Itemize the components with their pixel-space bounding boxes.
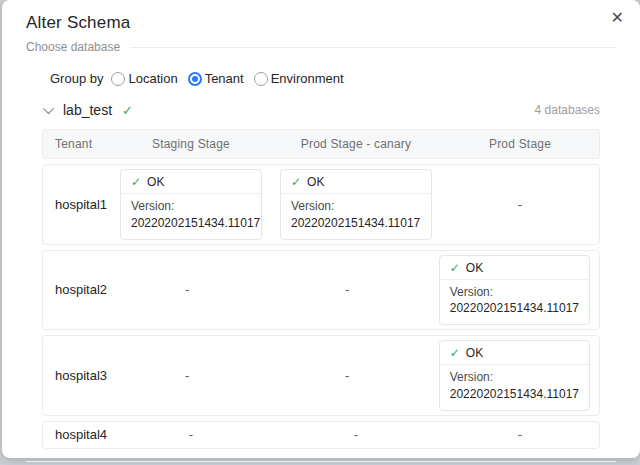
version-value: 20220202151434.11017 (291, 215, 421, 232)
status-line: ✓ OK (440, 341, 589, 365)
group-by-row: Group by Location Tenant Environment (42, 71, 600, 86)
status-line: ✓ OK (121, 170, 261, 194)
status-text: OK (307, 175, 324, 189)
table-row: hospital4 - - - (42, 421, 600, 449)
database-group-name[interactable]: lab_test (63, 102, 112, 118)
status-card[interactable]: ✓ OK Version: 20220202151434.11017 (439, 255, 590, 326)
alter-schema-modal: Alter Schema ✕ Choose database Group by … (2, 0, 640, 458)
check-icon: ✓ (131, 175, 141, 189)
status-line: ✓ OK (440, 256, 589, 280)
modal-header: Alter Schema ✕ Choose database (2, 0, 640, 54)
prod-canary-cell-empty: - (265, 368, 430, 383)
table-header-row: Tenant Staging Stage Prod Stage - canary… (42, 129, 600, 159)
prod-canary-cell-empty: - (271, 427, 441, 442)
radio-option-environment[interactable]: Environment (254, 71, 344, 86)
version-block: Version: 20220202151434.11017 (121, 194, 261, 239)
version-label: Version: (450, 369, 579, 386)
database-count-label: 4 databases (535, 103, 600, 117)
tenant-name: hospital2 (43, 282, 109, 297)
header-divider (130, 47, 616, 48)
close-icon[interactable]: ✕ (611, 8, 624, 28)
version-block: Version: 20220202151434.11017 (281, 194, 431, 239)
status-text: OK (147, 175, 164, 189)
column-header-prod-canary: Prod Stage - canary (271, 137, 441, 151)
page-title: Alter Schema (26, 13, 616, 33)
radio-option-tenant[interactable]: Tenant (188, 71, 244, 86)
status-card[interactable]: ✓ OK Version: 20220202151434.11017 (120, 169, 262, 240)
staging-cell: ✓ OK Version: 20220202151434.11017 (111, 165, 271, 244)
staging-cell-empty: - (109, 368, 264, 383)
status-line: ✓ OK (281, 170, 431, 194)
version-label: Version: (291, 198, 421, 215)
status-card[interactable]: ✓ OK Version: 20220202151434.11017 (280, 169, 432, 240)
table-row: hospital3 - - ✓ OK Version: 202202021514… (42, 335, 600, 416)
prod-cell: ✓ OK Version: 20220202151434.11017 (430, 251, 599, 330)
status-card[interactable]: ✓ OK Version: 20220202151434.11017 (439, 340, 590, 411)
prod-canary-cell-empty: - (265, 282, 430, 297)
column-header-staging: Staging Stage (111, 137, 271, 151)
radio-label-location: Location (128, 71, 177, 86)
version-label: Version: (131, 198, 251, 215)
prod-cell-empty: - (441, 427, 599, 442)
radio-label-tenant: Tenant (205, 71, 244, 86)
column-header-prod: Prod Stage (441, 137, 599, 151)
radio-icon-tenant-selected[interactable] (188, 72, 202, 86)
version-block: Version: 20220202151434.11017 (440, 365, 589, 410)
check-icon: ✓ (450, 346, 460, 360)
chevron-down-icon[interactable] (43, 103, 54, 114)
staging-cell-empty: - (109, 282, 264, 297)
modal-footer: Cancel Next (26, 461, 616, 465)
tenant-name: hospital3 (43, 368, 109, 383)
table-row: hospital2 - - ✓ OK Version: 202202021514… (42, 250, 600, 331)
prod-cell-empty: - (441, 197, 599, 212)
version-block: Version: 20220202151434.11017 (440, 280, 589, 325)
radio-icon-location[interactable] (111, 72, 125, 86)
radio-icon-environment[interactable] (254, 72, 268, 86)
subtitle-row: Choose database (26, 40, 616, 54)
modal-subtitle: Choose database (26, 40, 120, 54)
version-value: 20220202151434.11017 (450, 386, 579, 403)
tenant-name: hospital1 (43, 197, 111, 212)
status-text: OK (466, 261, 483, 275)
check-icon: ✓ (291, 175, 301, 189)
tenant-name: hospital4 (43, 427, 111, 442)
check-icon: ✓ (450, 261, 460, 275)
modal-body: Group by Location Tenant Environment lab… (2, 71, 640, 449)
status-text: OK (466, 346, 483, 360)
version-label: Version: (450, 284, 579, 301)
staging-cell-empty: - (111, 427, 271, 442)
column-header-tenant: Tenant (43, 137, 111, 151)
version-value: 20220202151434.11017 (450, 300, 579, 317)
table-row: hospital1 ✓ OK Version: 20220202151434.1… (42, 164, 600, 245)
group-check-icon: ✓ (122, 103, 133, 118)
prod-canary-cell: ✓ OK Version: 20220202151434.11017 (271, 165, 441, 244)
group-by-label: Group by (50, 71, 103, 86)
database-group-row: lab_test ✓ 4 databases (42, 102, 600, 118)
radio-option-location[interactable]: Location (111, 71, 177, 86)
version-value: 20220202151434.11017 (131, 215, 251, 232)
prod-cell: ✓ OK Version: 20220202151434.11017 (430, 336, 599, 415)
radio-label-environment: Environment (271, 71, 344, 86)
schema-status-table: Tenant Staging Stage Prod Stage - canary… (42, 129, 600, 449)
